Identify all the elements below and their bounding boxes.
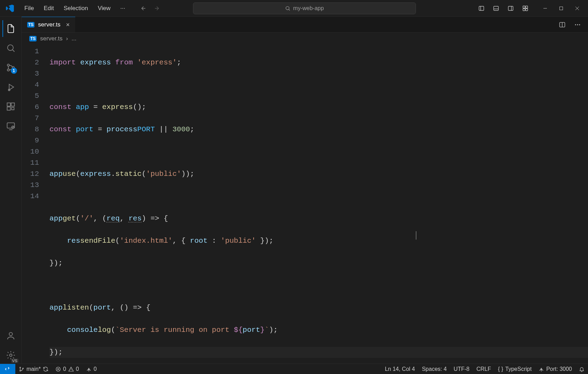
- editor-tabs: TS server.ts ×: [22, 17, 588, 33]
- text-cursor: [416, 231, 416, 240]
- svg-point-29: [577, 24, 578, 25]
- svg-rect-12: [559, 7, 563, 10]
- svg-point-14: [7, 64, 9, 66]
- main-area: 1 VS TS server.ts ×: [0, 17, 588, 364]
- svg-rect-7: [523, 6, 525, 8]
- explorer-icon[interactable]: [2, 20, 19, 37]
- menu-view[interactable]: View: [94, 3, 115, 13]
- radio-tower-icon: [86, 366, 92, 372]
- window-maximize-icon[interactable]: [553, 2, 569, 14]
- tab-filename: server.ts: [38, 21, 60, 28]
- remote-host-icon[interactable]: [0, 364, 15, 374]
- svg-point-15: [7, 69, 9, 71]
- ports-status[interactable]: 0: [83, 364, 100, 374]
- layout-primary-sidebar-icon[interactable]: [474, 2, 488, 14]
- svg-rect-21: [11, 107, 14, 110]
- editor-more-icon[interactable]: [571, 18, 585, 32]
- cursor-position-status[interactable]: Ln 14, Col 4: [381, 364, 418, 374]
- svg-rect-20: [7, 107, 10, 110]
- svg-point-31: [20, 367, 21, 368]
- line-number-gutter: 123 456 789 101112 1314: [22, 45, 49, 364]
- scm-badge: 1: [11, 68, 17, 74]
- forwarded-port-status[interactable]: Port: 3000: [535, 364, 575, 374]
- svg-point-30: [579, 24, 580, 25]
- settings-label: VS: [11, 359, 18, 363]
- svg-point-33: [23, 368, 24, 369]
- nav-forward-icon[interactable]: [151, 2, 163, 14]
- svg-rect-8: [526, 6, 528, 8]
- breadcrumb[interactable]: TS server.ts › ...: [22, 33, 588, 45]
- encoding-status[interactable]: UTF-8: [450, 364, 473, 374]
- nav-back-icon[interactable]: [138, 2, 149, 14]
- svg-rect-10: [526, 8, 528, 10]
- settings-gear-icon[interactable]: VS: [2, 347, 19, 364]
- svg-rect-19: [11, 103, 14, 106]
- breadcrumb-rest: ...: [71, 35, 76, 42]
- source-control-icon[interactable]: 1: [2, 59, 19, 76]
- title-bar: File Edit Selection View ··· my-web-app: [0, 0, 588, 17]
- svg-point-25: [9, 354, 12, 357]
- branch-icon: [19, 366, 24, 372]
- code-editor[interactable]: 123 456 789 101112 1314 import express f…: [22, 45, 588, 364]
- svg-point-24: [9, 333, 12, 336]
- svg-point-35: [88, 368, 89, 369]
- breadcrumb-file: server.ts: [40, 35, 62, 42]
- editor-tab-server-ts[interactable]: TS server.ts ×: [22, 17, 75, 32]
- svg-point-13: [7, 45, 13, 50]
- layout-secondary-sidebar-icon[interactable]: [504, 2, 518, 14]
- menu-edit[interactable]: Edit: [39, 3, 58, 13]
- error-icon: [55, 366, 61, 372]
- accounts-icon[interactable]: [2, 327, 19, 344]
- indentation-status[interactable]: Spaces: 4: [418, 364, 450, 374]
- command-center-search[interactable]: my-web-app: [193, 2, 416, 14]
- eol-status[interactable]: CRLF: [473, 364, 495, 374]
- search-icon: [285, 6, 291, 11]
- svg-point-36: [541, 368, 542, 369]
- sync-icon: [43, 366, 48, 372]
- run-debug-icon[interactable]: [2, 79, 19, 95]
- layout-panel-icon[interactable]: [489, 2, 503, 14]
- window-close-icon[interactable]: [569, 2, 585, 14]
- menu-selection[interactable]: Selection: [60, 3, 92, 13]
- typescript-icon: TS: [27, 22, 34, 28]
- svg-rect-1: [479, 6, 484, 10]
- editor-area: TS server.ts × TS server.ts › ... 123: [22, 17, 588, 364]
- warning-icon: [68, 366, 74, 372]
- braces-icon: { }: [498, 366, 503, 372]
- menu-more[interactable]: ···: [116, 3, 129, 13]
- extensions-icon[interactable]: [2, 98, 19, 115]
- radio-tower-icon: [539, 366, 544, 372]
- search-text: my-web-app: [293, 5, 324, 11]
- split-editor-icon[interactable]: [555, 18, 569, 32]
- window-minimize-icon[interactable]: [537, 2, 553, 14]
- breadcrumb-sep: ›: [66, 35, 68, 42]
- code-content[interactable]: import express from 'express'; const app…: [49, 45, 588, 364]
- svg-rect-3: [494, 6, 498, 10]
- svg-point-32: [20, 370, 21, 371]
- git-branch-status[interactable]: main*: [15, 364, 52, 374]
- search-activity-icon[interactable]: [2, 40, 19, 56]
- notifications-icon[interactable]: [575, 364, 588, 374]
- customize-layout-icon[interactable]: [518, 2, 532, 14]
- svg-rect-9: [523, 8, 525, 10]
- svg-point-0: [286, 6, 289, 9]
- activity-bar: 1 VS: [0, 17, 22, 364]
- menu-file[interactable]: File: [20, 3, 38, 13]
- svg-rect-18: [7, 103, 10, 106]
- problems-status[interactable]: 0 0: [52, 364, 83, 374]
- language-mode-status[interactable]: { } TypeScript: [494, 364, 535, 374]
- svg-point-28: [575, 24, 576, 25]
- status-bar: main* 0 0 0 Ln 14, Col 4 Spaces: 4 UTF-8…: [0, 364, 588, 374]
- vscode-logo-icon: [5, 3, 15, 14]
- typescript-icon: TS: [29, 36, 37, 41]
- svg-rect-5: [508, 6, 513, 10]
- remote-explorer-icon[interactable]: [2, 118, 19, 134]
- tab-close-icon[interactable]: ×: [66, 21, 70, 29]
